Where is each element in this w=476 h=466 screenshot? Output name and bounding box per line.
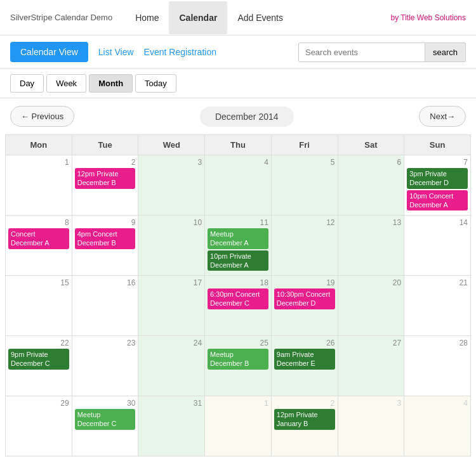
day-number: 23 bbox=[75, 339, 136, 347]
day-number: 17 bbox=[141, 278, 202, 287]
event-concert-dec-c[interactable]: 6:30pm Concert December C bbox=[208, 288, 268, 309]
col-sat: Sat bbox=[338, 135, 404, 155]
day-dec-10: 10 bbox=[138, 216, 205, 276]
event-meetup-dec-a[interactable]: Meetup December A bbox=[208, 228, 268, 249]
day-dec-24: 24 bbox=[138, 336, 205, 396]
nav-links: Home Calendar Add Events bbox=[125, 1, 390, 34]
col-thu: Thu bbox=[205, 135, 272, 155]
day-dec-29: 29 bbox=[6, 396, 72, 456]
search-box: search bbox=[298, 42, 466, 62]
event-private-dec-c[interactable]: 9pm Private December C bbox=[8, 349, 69, 370]
day-number: 5 bbox=[274, 158, 335, 167]
day-number: 25 bbox=[208, 339, 268, 347]
day-dec-18: 18 6:30pm Concert December C bbox=[205, 276, 272, 336]
day-dec-9: 9 4pm Concert December B bbox=[72, 216, 138, 276]
event-concert-dec-b[interactable]: 4pm Concert December B bbox=[75, 228, 136, 249]
col-mon: Mon bbox=[6, 135, 72, 155]
day-number: 3 bbox=[341, 399, 402, 408]
day-number: 24 bbox=[141, 339, 202, 347]
event-concert-dec-a-1[interactable]: 10pm Concert December A bbox=[407, 190, 468, 211]
day-number: 19 bbox=[274, 278, 335, 287]
day-dec-27: 27 bbox=[338, 336, 404, 396]
day-dec-28: 28 bbox=[404, 336, 471, 396]
next-button[interactable]: Next→ bbox=[419, 106, 466, 127]
calendar-table: Mon Tue Wed Thu Fri Sat Sun 1 2 12pm Pri… bbox=[5, 134, 471, 456]
day-dec-12: 12 bbox=[271, 216, 338, 276]
day-number: 6 bbox=[341, 158, 402, 167]
day-dec-2: 2 12pm Private December B bbox=[72, 155, 138, 216]
day-dec-14: 14 bbox=[404, 216, 471, 276]
nav-home[interactable]: Home bbox=[125, 1, 169, 34]
day-button[interactable]: Day bbox=[10, 74, 44, 93]
day-number: 7 bbox=[407, 158, 468, 167]
day-jan-3: 3 bbox=[338, 396, 404, 456]
day-dec-8: 8 Concert December A bbox=[6, 216, 72, 276]
nav-calendar[interactable]: Calendar bbox=[169, 1, 227, 34]
previous-button[interactable]: ← Previous bbox=[10, 106, 74, 127]
day-dec-21: 21 bbox=[404, 276, 471, 336]
day-dec-22: 22 9pm Private December C bbox=[6, 336, 72, 396]
day-number: 2 bbox=[75, 158, 136, 167]
day-dec-3: 3 bbox=[138, 155, 205, 216]
event-private-dec-a[interactable]: 10pm Private December A bbox=[208, 250, 268, 271]
event-meetup-dec-b[interactable]: Meetup December B bbox=[208, 349, 268, 370]
event-private-dec-b[interactable]: 12pm Private December B bbox=[75, 168, 136, 189]
today-button[interactable]: Today bbox=[135, 74, 176, 93]
day-dec-20: 20 bbox=[338, 276, 404, 336]
day-number: 1 bbox=[208, 399, 268, 408]
day-dec-16: 16 bbox=[72, 276, 138, 336]
event-private-dec-d[interactable]: 3pm Private December D bbox=[407, 168, 468, 189]
day-dec-30: 30 Meetup December C bbox=[72, 396, 138, 456]
month-button[interactable]: Month bbox=[89, 74, 133, 93]
search-input[interactable] bbox=[298, 42, 425, 62]
day-dec-15: 15 bbox=[6, 276, 72, 336]
day-number: 4 bbox=[208, 158, 268, 167]
day-dec-13: 13 bbox=[338, 216, 404, 276]
day-number: 13 bbox=[341, 218, 402, 227]
day-number: 4 bbox=[407, 399, 468, 408]
col-fri: Fri bbox=[271, 135, 338, 155]
current-month-label: December 2014 bbox=[200, 107, 294, 127]
col-sun: Sun bbox=[404, 135, 471, 155]
event-private-dec-e[interactable]: 9am Private December E bbox=[274, 349, 335, 370]
event-registration-button[interactable]: Event Registration bbox=[144, 47, 216, 57]
day-number: 18 bbox=[208, 278, 268, 287]
calendar-view-button[interactable]: Calendar View bbox=[10, 42, 88, 62]
day-number: 2 bbox=[274, 399, 335, 408]
nav-add-events[interactable]: Add Events bbox=[227, 1, 293, 34]
day-number: 27 bbox=[341, 339, 402, 347]
day-number: 31 bbox=[141, 399, 202, 408]
day-dec-31: 31 bbox=[138, 396, 205, 456]
day-number: 1 bbox=[8, 158, 69, 167]
col-tue: Tue bbox=[72, 135, 138, 155]
day-dec-25: 25 Meetup December B bbox=[205, 336, 272, 396]
day-dec-19: 19 10:30pm Concert December D bbox=[271, 276, 338, 336]
day-number: 9 bbox=[75, 218, 136, 227]
day-number: 22 bbox=[8, 339, 69, 347]
event-concert-dec-d[interactable]: 10:30pm Concert December D bbox=[274, 288, 335, 309]
event-private-jan-b[interactable]: 12pm Private January B bbox=[274, 409, 335, 430]
table-row: 1 2 12pm Private December B 3 4 5 6 bbox=[6, 155, 471, 216]
day-number: 15 bbox=[8, 278, 69, 287]
view-bar: Calendar View List View Event Registrati… bbox=[0, 36, 476, 69]
day-number: 10 bbox=[141, 218, 202, 227]
day-dec-5: 5 bbox=[271, 155, 338, 216]
day-dec-6: 6 bbox=[338, 155, 404, 216]
week-button[interactable]: Week bbox=[46, 74, 86, 93]
event-meetup-dec-c[interactable]: Meetup December C bbox=[75, 409, 136, 430]
calendar-wrapper: Mon Tue Wed Thu Fri Sat Sun 1 2 12pm Pri… bbox=[0, 134, 476, 466]
day-jan-4: 4 bbox=[404, 396, 471, 456]
app-title: SilverStripe Calendar Demo bbox=[10, 13, 112, 22]
day-number: 26 bbox=[274, 339, 335, 347]
day-dec-4: 4 bbox=[205, 155, 272, 216]
top-navigation: SilverStripe Calendar Demo Home Calendar… bbox=[0, 0, 476, 36]
day-number: 12 bbox=[274, 218, 335, 227]
table-row: 29 30 Meetup December C 31 1 2 12pm Priv… bbox=[6, 396, 471, 456]
day-dec-7: 7 3pm Private December D 10pm Concert De… bbox=[404, 155, 471, 216]
day-number: 28 bbox=[407, 339, 468, 347]
list-view-button[interactable]: List View bbox=[98, 47, 134, 57]
event-concert-dec-a-2[interactable]: Concert December A bbox=[8, 228, 69, 249]
search-button[interactable]: search bbox=[425, 42, 466, 62]
day-dec-11: 11 Meetup December A 10pm Private Decemb… bbox=[205, 216, 272, 276]
day-number: 20 bbox=[341, 278, 402, 287]
